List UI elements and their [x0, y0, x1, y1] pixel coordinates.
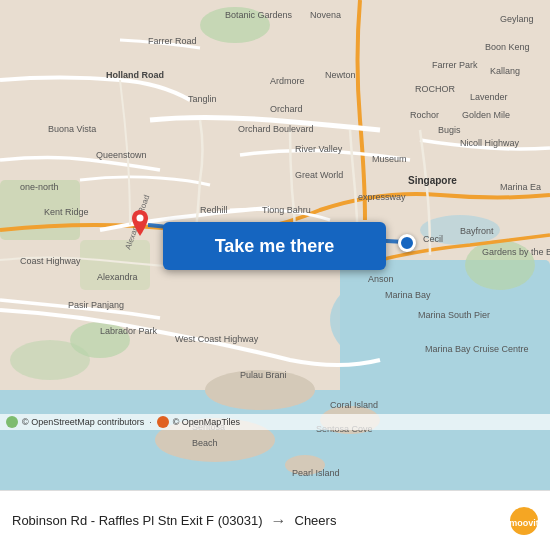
svg-text:moovit: moovit — [510, 518, 538, 528]
svg-text:Boon Keng: Boon Keng — [485, 42, 530, 52]
svg-text:Nicoll Highway: Nicoll Highway — [460, 138, 520, 148]
route-info: Robinson Rd - Raffles Pl Stn Exit F (030… — [12, 512, 510, 530]
svg-text:ROCHOR: ROCHOR — [415, 84, 455, 94]
svg-text:Coral Island: Coral Island — [330, 400, 378, 410]
svg-text:West Coast Highway: West Coast Highway — [175, 334, 259, 344]
svg-text:Farrer Park: Farrer Park — [432, 60, 478, 70]
moovit-icon: moovit — [510, 507, 538, 535]
svg-rect-11 — [80, 240, 150, 290]
svg-text:Singapore: Singapore — [408, 175, 457, 186]
destination-text: Cheers — [295, 513, 337, 528]
svg-text:Alexandra: Alexandra — [97, 272, 138, 282]
svg-text:Tiong Bahru: Tiong Bahru — [262, 205, 311, 215]
map-container[interactable]: Botanic Gardens Novena Geylang Boon Keng… — [0, 0, 550, 490]
svg-text:Ardmore: Ardmore — [270, 76, 305, 86]
svg-text:Queenstown: Queenstown — [96, 150, 147, 160]
svg-text:Anson: Anson — [368, 274, 394, 284]
svg-text:Labrador Park: Labrador Park — [100, 326, 158, 336]
moovit-logo: moovit — [510, 507, 538, 535]
svg-text:Tanglin: Tanglin — [188, 94, 217, 104]
svg-text:Pasir Panjang: Pasir Panjang — [68, 300, 124, 310]
pin-marker — [128, 210, 152, 242]
svg-text:Museum: Museum — [372, 154, 407, 164]
svg-text:Great World: Great World — [295, 170, 343, 180]
svg-text:Marina Ea: Marina Ea — [500, 182, 541, 192]
svg-text:Marina Bay Cruise Centre: Marina Bay Cruise Centre — [425, 344, 529, 354]
svg-text:Coast Highway: Coast Highway — [20, 256, 81, 266]
take-me-there-button[interactable]: Take me there — [163, 222, 386, 270]
destination-marker — [398, 234, 416, 252]
svg-text:River Valley: River Valley — [295, 144, 343, 154]
svg-text:Gardens by the B: Gardens by the B — [482, 247, 550, 257]
svg-text:Pulau Brani: Pulau Brani — [240, 370, 287, 380]
osm-attribution: © OpenStreetMap contributors — [22, 417, 144, 427]
svg-text:Farrer Road: Farrer Road — [148, 36, 197, 46]
svg-text:Redhill: Redhill — [200, 205, 228, 215]
svg-text:Botanic Gardens: Botanic Gardens — [225, 10, 293, 20]
svg-text:Orchard: Orchard — [270, 104, 303, 114]
svg-text:one-north: one-north — [20, 182, 59, 192]
svg-text:Golden Mile: Golden Mile — [462, 110, 510, 120]
svg-text:Pearl Island: Pearl Island — [292, 468, 340, 478]
svg-text:Rochor: Rochor — [410, 110, 439, 120]
svg-text:Novena: Novena — [310, 10, 341, 20]
svg-text:Holland Road: Holland Road — [106, 70, 164, 80]
svg-text:Bugis: Bugis — [438, 125, 461, 135]
svg-text:Beach: Beach — [192, 438, 218, 448]
route-text: Robinson Rd - Raffles Pl Stn Exit F (030… — [12, 513, 263, 528]
svg-point-66 — [137, 215, 144, 222]
svg-text:Geylang: Geylang — [500, 14, 534, 24]
svg-text:Orchard Boulevard: Orchard Boulevard — [238, 124, 314, 134]
svg-text:Newton: Newton — [325, 70, 356, 80]
svg-text:Cecil: Cecil — [423, 234, 443, 244]
svg-text:Lavender: Lavender — [470, 92, 508, 102]
svg-text:Bayfront: Bayfront — [460, 226, 494, 236]
bottom-bar: Robinson Rd - Raffles Pl Stn Exit F (030… — [0, 490, 550, 550]
svg-text:Kallang: Kallang — [490, 66, 520, 76]
omt-attribution: © OpenMapTiles — [173, 417, 240, 427]
svg-text:expressway: expressway — [358, 192, 406, 202]
svg-text:Marina South Pier: Marina South Pier — [418, 310, 490, 320]
svg-text:Marina Bay: Marina Bay — [385, 290, 431, 300]
svg-text:Kent Ridge: Kent Ridge — [44, 207, 89, 217]
attribution-bar: © OpenStreetMap contributors · © OpenMap… — [0, 414, 550, 430]
arrow-icon: → — [271, 512, 287, 530]
svg-text:Buona Vista: Buona Vista — [48, 124, 96, 134]
svg-point-14 — [10, 340, 90, 380]
